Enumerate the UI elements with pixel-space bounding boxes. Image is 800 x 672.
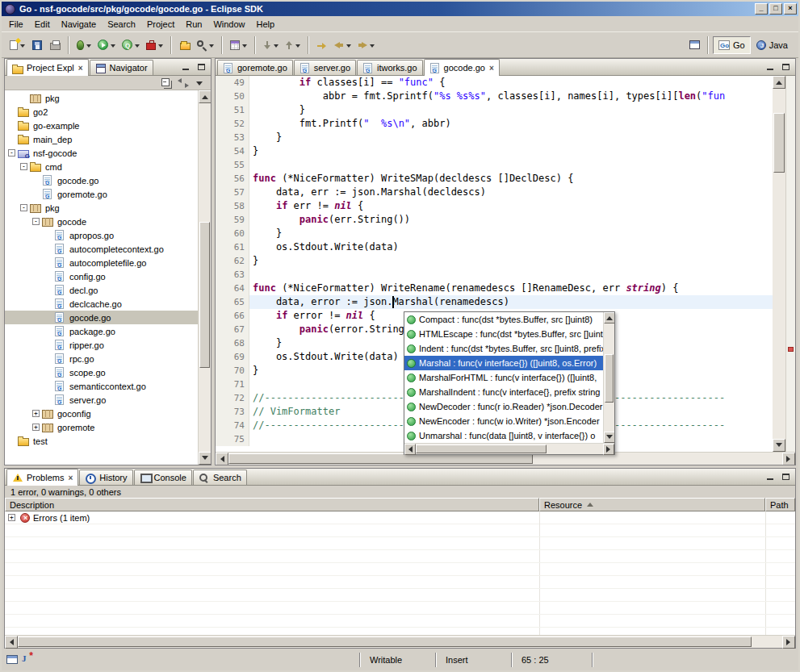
back-button[interactable] — [331, 35, 354, 55]
completion-newencoder[interactable]: NewEncoder : func(w io.Writer) *json.Enc… — [404, 414, 603, 428]
minimize-view-button[interactable] — [178, 61, 193, 73]
menu-help[interactable]: Help — [251, 18, 281, 31]
tree-item-main-dep[interactable]: main_dep — [5, 132, 198, 146]
scroll-left-button[interactable] — [5, 636, 18, 649]
tree-item-gocode-go[interactable]: gocode.go — [5, 173, 198, 187]
column-header-description[interactable]: Description — [5, 498, 539, 511]
completion-indent[interactable]: Indent : func(dst *bytes.Buffer, src []u… — [404, 341, 603, 356]
code-line-56[interactable]: 56func (*NiceFormatter) WriteSMap(declde… — [216, 172, 773, 186]
tree-item-goremote-go[interactable]: goremote.go — [5, 187, 198, 201]
autocomplete-scrollbar[interactable] — [603, 312, 614, 443]
editor-tab-gocode-go[interactable]: gocode.go× — [424, 59, 500, 76]
completion-newdecoder[interactable]: NewDecoder : func(r io.Reader) *json.Dec… — [404, 399, 603, 414]
scrollbar-thumb[interactable] — [199, 222, 210, 368]
scrollbar-thumb[interactable] — [605, 354, 614, 403]
menu-search[interactable]: Search — [102, 18, 141, 31]
prev-annotation-button[interactable] — [282, 35, 304, 55]
scroll-up-button[interactable] — [604, 312, 614, 323]
next-annotation-button[interactable] — [260, 35, 282, 55]
scroll-left-button[interactable] — [404, 444, 416, 455]
scroll-right-button[interactable] — [603, 444, 614, 455]
code-line-59[interactable]: 59 panic(err.String()) — [216, 213, 773, 227]
save-button[interactable] — [28, 35, 46, 55]
fast-view-button[interactable] — [6, 653, 18, 667]
coverage-button[interactable] — [119, 35, 143, 55]
menu-edit[interactable]: Edit — [29, 18, 56, 31]
bottom-tab-problems[interactable]: Problems× — [6, 469, 78, 486]
dropdown-arrow-icon[interactable] — [370, 44, 375, 50]
completion-compact[interactable]: Compact : func(dst *bytes.Buffer, src []… — [404, 312, 603, 327]
menu-window[interactable]: Window — [207, 18, 250, 31]
maximize-window-button[interactable]: □ — [769, 3, 782, 15]
code-line-55[interactable]: 55 — [216, 158, 773, 172]
menu-file[interactable]: File — [3, 18, 29, 31]
titlebar[interactable]: Go - nsf-gocode/src/pkg/gocode/gocode.go… — [2, 2, 798, 16]
tree-item-declcache-go[interactable]: declcache.go — [5, 297, 198, 311]
scroll-right-button[interactable] — [782, 453, 795, 465]
external-tools-button[interactable] — [143, 35, 166, 55]
menu-run[interactable]: Run — [180, 18, 207, 31]
tree-item-ripper-go[interactable]: ripper.go — [5, 338, 198, 352]
scroll-up-button[interactable] — [773, 76, 785, 89]
code-line-49[interactable]: 49 if classes[i] == "func" { — [216, 76, 773, 90]
print-button[interactable] — [46, 35, 64, 55]
tree-item-autocompletefile-go[interactable]: autocompletefile.go — [5, 256, 198, 269]
code-line-51[interactable]: 51 } — [216, 103, 773, 117]
bottom-tab-search[interactable]: Search — [193, 470, 247, 485]
view-menu-button[interactable] — [193, 77, 207, 89]
editor-scrollbar[interactable] — [773, 76, 785, 452]
code-line-54[interactable]: 54} — [216, 144, 773, 158]
completion-unmarshal[interactable]: Unmarshal : func(data []uint8, v interfa… — [404, 428, 603, 443]
code-line-64[interactable]: 64func (*NiceFormatter) WriteRename(rena… — [216, 282, 773, 295]
explorer-tab-navigator[interactable]: Navigator — [90, 60, 153, 75]
dropdown-arrow-icon[interactable] — [209, 44, 214, 50]
scrollbar-track[interactable] — [604, 323, 614, 432]
completion-marshal[interactable]: Marshal : func(v interface{}) ([]uint8, … — [404, 356, 603, 370]
tree-item-package-go[interactable]: package.go — [5, 324, 198, 338]
bottom-tab-history[interactable]: History — [79, 470, 132, 485]
tree-item-test[interactable]: test — [5, 434, 198, 448]
last-edit-location-button[interactable] — [313, 35, 331, 55]
tree-item-cmd[interactable]: -cmd — [5, 160, 198, 173]
tree-toggle-icon[interactable]: - — [32, 218, 40, 225]
perspective-go-button[interactable]: Go — [713, 36, 751, 54]
column-header-resource[interactable]: Resource — [539, 498, 765, 511]
completion-marshalforhtml[interactable]: MarshalForHTML : func(v interface{}) ([]… — [404, 370, 603, 385]
dropdown-arrow-icon[interactable] — [274, 44, 279, 50]
scroll-down-button[interactable] — [604, 432, 614, 443]
scroll-left-button[interactable] — [216, 453, 228, 465]
new-wizard-button[interactable] — [6, 35, 28, 55]
close-editor-icon[interactable]: × — [489, 64, 494, 73]
scrollbar-thumb[interactable] — [773, 113, 785, 173]
editor-tab-itworks-go[interactable]: itworks.go — [357, 60, 423, 75]
code-line-50[interactable]: 50 abbr = fmt.Sprintf("%s %s%s", classes… — [216, 90, 773, 103]
scroll-up-button[interactable] — [199, 90, 211, 103]
perspective-java-button[interactable]: Java — [751, 36, 794, 54]
open-perspective-button[interactable] — [685, 35, 703, 55]
dropdown-arrow-icon[interactable] — [111, 44, 115, 50]
explorer-scrollbar[interactable] — [198, 90, 211, 465]
scrollbar-thumb[interactable] — [18, 637, 752, 647]
tree-item-semanticcontext-go[interactable]: semanticcontext.go — [5, 379, 198, 393]
scrollbar-track[interactable] — [773, 89, 785, 439]
collapse-all-button[interactable] — [159, 77, 174, 89]
scroll-down-button[interactable] — [773, 439, 785, 452]
editor-tab-goremote-go[interactable]: goremote.go — [217, 60, 293, 75]
run-button[interactable] — [94, 35, 119, 55]
dropdown-arrow-icon[interactable] — [158, 44, 163, 50]
code-line-52[interactable]: 52 fmt.Printf(" %s\n", abbr) — [216, 117, 773, 131]
dropdown-arrow-icon[interactable] — [20, 44, 25, 50]
completion-htmlescape[interactable]: HTMLEscape : func(dst *bytes.Buffer, src… — [404, 327, 603, 341]
explorer-tab-project-expl[interactable]: Project Expl× — [6, 59, 89, 76]
tree-item-rpc-go[interactable]: rpc.go — [5, 352, 198, 365]
minimize-view-button[interactable] — [763, 470, 777, 483]
code-line-53[interactable]: 53 } — [216, 131, 773, 144]
scroll-down-button[interactable] — [199, 452, 211, 465]
code-line-60[interactable]: 60 } — [216, 227, 773, 240]
code-line-61[interactable]: 61 os.Stdout.Write(data) — [216, 240, 773, 254]
tree-toggle-icon[interactable]: - — [20, 204, 27, 211]
tree-item-server-go[interactable]: server.go — [5, 393, 198, 407]
tree-item-goconfig[interactable]: +goconfig — [5, 407, 198, 420]
tree-item-config-go[interactable]: config.go — [5, 269, 198, 283]
tree-toggle-icon[interactable]: - — [8, 149, 15, 157]
